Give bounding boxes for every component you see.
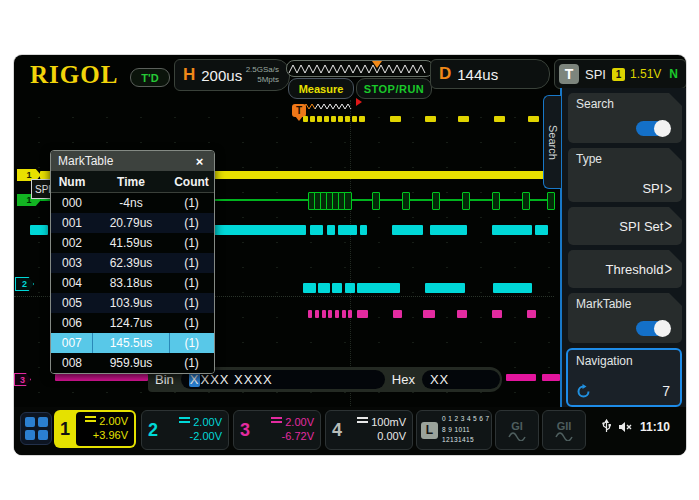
menu-grid-button[interactable] [20,412,52,445]
marktable-cell: (1) [169,233,214,253]
marktable-row[interactable]: 008959.9us(1) [51,353,214,373]
overview-zigzag [287,62,431,75]
marktable-cell: 41.59us [93,233,169,253]
type-panel[interactable]: Type SPI> [568,148,682,202]
marktable-cell: -4ns [93,193,169,213]
gen1-box[interactable]: GI [495,410,539,450]
marktable-cell: (1) [169,193,214,213]
search-mark-trace [458,116,469,122]
marktable-cell: 007 [51,333,92,353]
search-mark-trace [324,116,329,122]
trigger-type: SPI [585,67,606,82]
marktable-row[interactable]: 005103.9us(1) [51,293,214,313]
marktable-panel-label: MarkTable [576,297,631,311]
gen1-label: GI [511,420,523,432]
ch2-position-flag[interactable]: 2 [15,277,34,291]
ch3-level-trace [55,374,148,381]
ch3-level-trace [542,374,560,381]
logic-digits-row2: 8 9 1011 12131415 [442,425,491,446]
marktable-cell: 000 [51,193,93,213]
search-panel[interactable]: Search [568,93,682,143]
marktable-cell: (1) [169,333,214,353]
spi-frame-tick [372,192,380,210]
channel-4-box[interactable]: 4 100mV 0.00V [325,410,413,450]
marktable-cell: 62.39us [93,253,169,273]
trigger-source-badge: 1 [612,68,625,81]
channel-3-box[interactable]: 3 2.00V -6.72V [233,410,321,450]
measure-button[interactable]: Measure [288,78,354,99]
marktable-toggle[interactable] [636,321,670,336]
marktable-row[interactable]: 00241.59us(1) [51,233,214,253]
marktable-window: MarkTable × Num Time Count 000-4ns(1)001… [50,150,215,374]
search-panel-label: Search [576,97,614,111]
close-icon[interactable]: × [192,154,207,169]
delay-value: 144us [457,66,549,83]
spi-frame-tick [344,192,352,210]
search-mark-trace [528,116,539,122]
marktable-row[interactable]: 00120.79us(1) [51,213,214,233]
logic-digits-row1: 0 1 2 3 4 5 6 7 [442,414,491,424]
marktable-row[interactable]: 00362.39us(1) [51,253,214,273]
channel-1-number: 1 [54,410,76,448]
marktable-cell: 005 [51,293,93,313]
ch2-data-trace [360,225,367,235]
trigger-panel[interactable]: T SPI 1 1.51V N [554,59,686,89]
stop-run-button[interactable]: STOP/RUN [356,78,432,99]
logic-channels-box[interactable]: L 0 1 2 3 4 5 6 7 8 9 1011 12131415 [416,410,492,450]
search-mark-trace [425,116,436,122]
toggle-knob [654,320,671,337]
acquisition-rates: 2.5GSa/s5Mpts [246,65,279,85]
ch3-pulse-trace [308,310,312,318]
sidebar-tab-search[interactable]: Search [543,95,561,189]
delay-panel[interactable]: D 144us [430,59,550,89]
gen2-box[interactable]: GII [542,410,586,450]
channel-1-box[interactable]: 1 2.00V +3.96V [54,410,136,448]
ch2-data-trace [212,225,306,235]
mosi-burst-trace [493,283,532,293]
ch2-data-trace [327,225,335,235]
horizontal-timebase-panel[interactable]: H 200us 2.5GSa/s5Mpts [174,59,290,91]
ch2-data-trace [492,225,532,235]
channel-2-box[interactable]: 2 2.00V -2.00V [141,410,229,450]
ch3-position-flag[interactable]: 3 [14,373,31,386]
trigger-slope: N [669,67,678,81]
marktable-cell: 124.7us [93,313,169,333]
t-label: T [559,64,579,84]
spi-set-label: SPI Set [619,219,663,234]
marktable-cell: 145.5us [92,333,168,353]
marktable-titlebar[interactable]: MarkTable × [51,151,214,171]
ch2-data-trace [310,225,323,235]
marktable-cell: 004 [51,273,93,293]
channel-3-scale: 2.00V [285,416,314,430]
marktable-panel[interactable]: MarkTable [568,293,682,343]
marktable-cell: (1) [169,293,214,313]
marktable-rows: 000-4ns(1)00120.79us(1)00241.59us(1)0036… [51,193,214,373]
navigation-panel[interactable]: Navigation 7 [566,348,682,407]
marktable-row[interactable]: 007145.5us(1) [51,333,214,353]
ch3-pulse-trace [322,310,326,318]
mosi-burst-trace [357,283,400,293]
hex-value-field[interactable]: XX [422,370,500,389]
channel-3-number: 3 [234,411,256,449]
trigger-level: 1.51V [630,67,669,81]
threshold-label: Threshold [606,262,664,277]
chevron-right-icon: > [664,178,672,199]
dc-coupling-icon [85,416,96,424]
marktable-cell: 959.9us [93,353,169,373]
marktable-row[interactable]: 000-4ns(1) [51,193,214,213]
search-mark-trace [331,116,336,122]
marktable-row[interactable]: 006124.7us(1) [51,313,214,333]
threshold-panel[interactable]: Threshold> [568,250,682,288]
waveform-overview-strip[interactable] [286,60,434,77]
clock: 11:10 [640,420,670,434]
search-toggle[interactable] [636,121,670,136]
spi-set-panel[interactable]: SPI Set> [568,207,682,245]
mosi-burst-trace [303,283,316,293]
gen2-label: GII [557,420,572,432]
marktable-cell: 008 [51,353,93,373]
marktable-cell: (1) [169,353,214,373]
oscilloscope-screen: RIGOL T'D H 200us 2.5GSa/s5Mpts Measure … [14,55,686,455]
channel-1-offset: +3.96V [93,429,128,443]
col-num: Num [51,171,93,192]
marktable-row[interactable]: 00483.18us(1) [51,273,214,293]
